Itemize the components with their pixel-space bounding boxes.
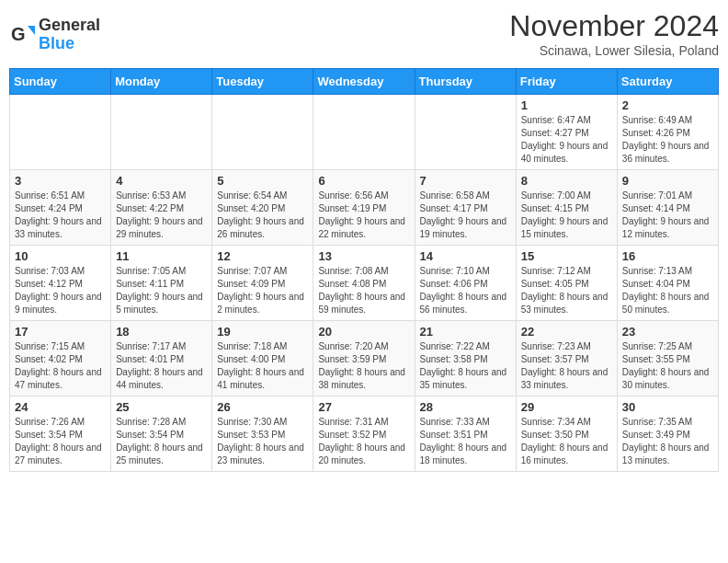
day-detail: Sunrise: 7:33 AM Sunset: 3:51 PM Dayligh… <box>420 416 511 467</box>
calendar-cell: 11Sunrise: 7:05 AM Sunset: 4:11 PM Dayli… <box>111 245 212 320</box>
calendar-cell <box>313 94 415 169</box>
calendar-cell: 19Sunrise: 7:18 AM Sunset: 4:00 PM Dayli… <box>212 320 313 396</box>
calendar-cell: 25Sunrise: 7:28 AM Sunset: 3:54 PM Dayli… <box>111 396 212 471</box>
day-number: 10 <box>15 249 106 263</box>
calendar-cell: 7Sunrise: 6:58 AM Sunset: 4:17 PM Daylig… <box>415 169 516 245</box>
day-number: 1 <box>521 98 612 112</box>
logo: G General Blue <box>9 9 100 61</box>
day-detail: Sunrise: 7:18 AM Sunset: 4:00 PM Dayligh… <box>217 340 308 392</box>
day-detail: Sunrise: 6:47 AM Sunset: 4:27 PM Dayligh… <box>521 114 612 166</box>
weekday-header-friday: Friday <box>516 68 617 94</box>
day-number: 11 <box>116 249 207 263</box>
calendar-cell: 14Sunrise: 7:10 AM Sunset: 4:06 PM Dayli… <box>415 245 516 320</box>
svg-marker-1 <box>28 26 35 35</box>
day-detail: Sunrise: 7:10 AM Sunset: 4:06 PM Dayligh… <box>420 265 511 316</box>
day-detail: Sunrise: 7:08 AM Sunset: 4:08 PM Dayligh… <box>318 265 409 316</box>
calendar-cell: 2Sunrise: 6:49 AM Sunset: 4:26 PM Daylig… <box>617 94 718 169</box>
calendar-cell: 9Sunrise: 7:01 AM Sunset: 4:14 PM Daylig… <box>617 169 718 245</box>
weekday-header-tuesday: Tuesday <box>212 68 313 94</box>
calendar-cell: 16Sunrise: 7:13 AM Sunset: 4:04 PM Dayli… <box>617 245 718 320</box>
calendar-cell <box>415 94 516 169</box>
day-detail: Sunrise: 7:00 AM Sunset: 4:15 PM Dayligh… <box>521 190 612 241</box>
calendar-cell <box>111 94 212 169</box>
day-number: 28 <box>420 400 511 414</box>
calendar-cell: 13Sunrise: 7:08 AM Sunset: 4:08 PM Dayli… <box>313 245 415 320</box>
calendar-cell: 29Sunrise: 7:34 AM Sunset: 3:50 PM Dayli… <box>516 396 617 471</box>
day-detail: Sunrise: 6:53 AM Sunset: 4:22 PM Dayligh… <box>116 190 207 241</box>
day-number: 18 <box>116 325 207 339</box>
calendar-week-2: 3Sunrise: 6:51 AM Sunset: 4:24 PM Daylig… <box>10 169 719 245</box>
calendar-cell <box>212 94 313 169</box>
calendar-week-3: 10Sunrise: 7:03 AM Sunset: 4:12 PM Dayli… <box>10 245 719 320</box>
day-number: 2 <box>622 98 713 112</box>
weekday-header-sunday: Sunday <box>10 68 111 94</box>
day-detail: Sunrise: 6:56 AM Sunset: 4:19 PM Dayligh… <box>318 190 409 241</box>
day-number: 3 <box>15 174 106 188</box>
day-detail: Sunrise: 7:28 AM Sunset: 3:54 PM Dayligh… <box>116 416 207 467</box>
day-number: 24 <box>15 400 106 414</box>
calendar-table: SundayMondayTuesdayWednesdayThursdayFrid… <box>9 68 719 472</box>
day-number: 26 <box>217 400 308 414</box>
day-detail: Sunrise: 7:01 AM Sunset: 4:14 PM Dayligh… <box>622 190 713 241</box>
weekday-header-wednesday: Wednesday <box>313 68 415 94</box>
day-detail: Sunrise: 6:49 AM Sunset: 4:26 PM Dayligh… <box>622 114 713 166</box>
day-number: 15 <box>521 249 612 263</box>
day-number: 14 <box>420 249 511 263</box>
day-detail: Sunrise: 7:23 AM Sunset: 3:57 PM Dayligh… <box>521 340 612 392</box>
calendar-cell: 12Sunrise: 7:07 AM Sunset: 4:09 PM Dayli… <box>212 245 313 320</box>
calendar-cell: 6Sunrise: 6:56 AM Sunset: 4:19 PM Daylig… <box>313 169 415 245</box>
calendar-cell: 8Sunrise: 7:00 AM Sunset: 4:15 PM Daylig… <box>516 169 617 245</box>
calendar-cell: 3Sunrise: 6:51 AM Sunset: 4:24 PM Daylig… <box>10 169 111 245</box>
calendar-week-5: 24Sunrise: 7:26 AM Sunset: 3:54 PM Dayli… <box>10 396 719 471</box>
day-number: 7 <box>420 174 511 188</box>
day-number: 22 <box>521 325 612 339</box>
calendar-cell <box>10 94 111 169</box>
day-detail: Sunrise: 7:31 AM Sunset: 3:52 PM Dayligh… <box>318 416 409 467</box>
day-detail: Sunrise: 6:51 AM Sunset: 4:24 PM Dayligh… <box>15 190 106 241</box>
weekday-header-monday: Monday <box>111 68 212 94</box>
svg-text:G: G <box>11 24 26 44</box>
calendar-cell: 10Sunrise: 7:03 AM Sunset: 4:12 PM Dayli… <box>10 245 111 320</box>
calendar-cell: 22Sunrise: 7:23 AM Sunset: 3:57 PM Dayli… <box>516 320 617 396</box>
calendar-header: SundayMondayTuesdayWednesdayThursdayFrid… <box>10 68 719 94</box>
logo-blue-text: Blue <box>39 35 100 53</box>
day-detail: Sunrise: 6:58 AM Sunset: 4:17 PM Dayligh… <box>420 190 511 241</box>
subtitle: Scinawa, Lower Silesia, Poland <box>509 43 719 58</box>
day-detail: Sunrise: 7:13 AM Sunset: 4:04 PM Dayligh… <box>622 265 713 316</box>
day-number: 9 <box>622 174 713 188</box>
weekday-header-thursday: Thursday <box>415 68 516 94</box>
weekday-header-saturday: Saturday <box>617 68 718 94</box>
day-number: 23 <box>622 325 713 339</box>
header: G General Blue November 2024 Scinawa, Lo… <box>9 9 719 61</box>
day-number: 19 <box>217 325 308 339</box>
day-detail: Sunrise: 7:20 AM Sunset: 3:59 PM Dayligh… <box>318 340 409 392</box>
day-detail: Sunrise: 7:35 AM Sunset: 3:49 PM Dayligh… <box>622 416 713 467</box>
calendar-cell: 15Sunrise: 7:12 AM Sunset: 4:05 PM Dayli… <box>516 245 617 320</box>
day-detail: Sunrise: 7:07 AM Sunset: 4:09 PM Dayligh… <box>217 265 308 316</box>
calendar-cell: 21Sunrise: 7:22 AM Sunset: 3:58 PM Dayli… <box>415 320 516 396</box>
day-detail: Sunrise: 7:22 AM Sunset: 3:58 PM Dayligh… <box>420 340 511 392</box>
day-number: 21 <box>420 325 511 339</box>
day-detail: Sunrise: 7:34 AM Sunset: 3:50 PM Dayligh… <box>521 416 612 467</box>
calendar-cell: 5Sunrise: 6:54 AM Sunset: 4:20 PM Daylig… <box>212 169 313 245</box>
day-number: 25 <box>116 400 207 414</box>
day-number: 13 <box>318 249 409 263</box>
calendar-cell: 23Sunrise: 7:25 AM Sunset: 3:55 PM Dayli… <box>617 320 718 396</box>
calendar-cell: 27Sunrise: 7:31 AM Sunset: 3:52 PM Dayli… <box>313 396 415 471</box>
calendar-cell: 24Sunrise: 7:26 AM Sunset: 3:54 PM Dayli… <box>10 396 111 471</box>
day-number: 4 <box>116 174 207 188</box>
calendar-cell: 1Sunrise: 6:47 AM Sunset: 4:27 PM Daylig… <box>516 94 617 169</box>
logo-general-text: General <box>39 17 100 35</box>
day-detail: Sunrise: 7:05 AM Sunset: 4:11 PM Dayligh… <box>116 265 207 316</box>
day-number: 6 <box>318 174 409 188</box>
day-detail: Sunrise: 7:17 AM Sunset: 4:01 PM Dayligh… <box>116 340 207 392</box>
day-detail: Sunrise: 6:54 AM Sunset: 4:20 PM Dayligh… <box>217 190 308 241</box>
calendar-cell: 30Sunrise: 7:35 AM Sunset: 3:49 PM Dayli… <box>617 396 718 471</box>
day-number: 8 <box>521 174 612 188</box>
day-number: 5 <box>217 174 308 188</box>
day-detail: Sunrise: 7:30 AM Sunset: 3:53 PM Dayligh… <box>217 416 308 467</box>
calendar-cell: 18Sunrise: 7:17 AM Sunset: 4:01 PM Dayli… <box>111 320 212 396</box>
month-title: November 2024 <box>509 9 719 43</box>
day-number: 12 <box>217 249 308 263</box>
calendar-cell: 17Sunrise: 7:15 AM Sunset: 4:02 PM Dayli… <box>10 320 111 396</box>
